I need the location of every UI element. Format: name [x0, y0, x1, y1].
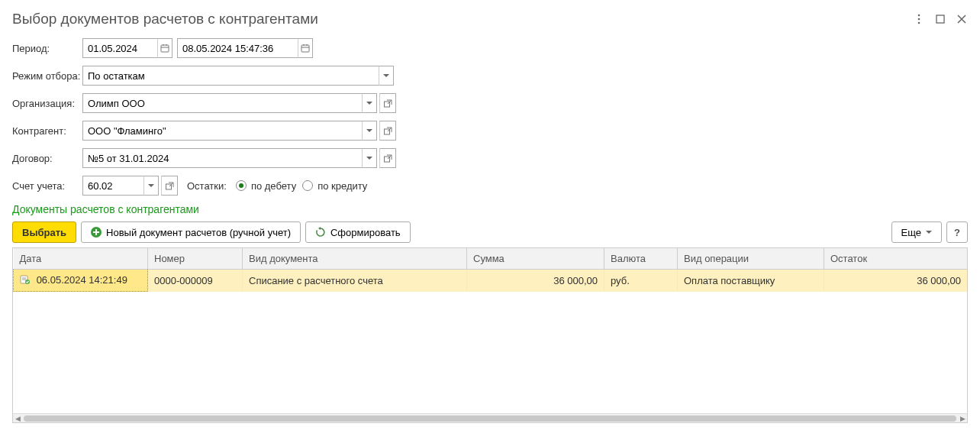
chevron-down-icon[interactable]	[362, 93, 377, 113]
radio-checked-icon	[236, 180, 247, 191]
section-title: Документы расчетов с контрагентами	[12, 203, 968, 215]
col-sum-header[interactable]: Сумма	[467, 248, 604, 270]
col-date-header[interactable]: Дата	[14, 248, 148, 270]
period-to-input[interactable]	[177, 38, 298, 58]
org-select[interactable]	[82, 93, 362, 113]
scroll-right-icon[interactable]: ▶	[958, 414, 967, 423]
mode-select[interactable]	[82, 66, 379, 86]
svg-point-0	[918, 15, 920, 17]
document-icon	[20, 275, 31, 286]
svg-rect-4	[161, 45, 169, 52]
org-label: Организация:	[12, 98, 82, 109]
contract-select[interactable]	[82, 148, 362, 168]
radio-by-debit[interactable]: по дебету	[236, 180, 296, 192]
generate-label: Сформировать	[330, 227, 401, 238]
close-icon[interactable]	[956, 13, 968, 25]
col-balance-header[interactable]: Остаток	[824, 248, 968, 270]
scrollbar-thumb[interactable]	[24, 415, 956, 422]
open-icon[interactable]	[379, 121, 396, 141]
period-label: Период:	[12, 43, 82, 54]
radio-by-credit-label: по кредиту	[318, 180, 367, 192]
svg-rect-8	[301, 45, 309, 52]
cell-currency: руб.	[604, 270, 678, 292]
select-button[interactable]: Выбрать	[12, 221, 76, 243]
more-button[interactable]: Еще	[891, 221, 942, 243]
plus-circle-icon	[91, 227, 102, 238]
svg-point-1	[918, 18, 920, 21]
chevron-down-icon[interactable]	[143, 176, 159, 196]
kebab-menu-icon[interactable]	[913, 13, 925, 25]
col-currency-header[interactable]: Валюта	[604, 248, 678, 270]
page-title: Выбор документов расчетов с контрагентам…	[12, 11, 318, 27]
mode-label: Режим отбора:	[12, 70, 82, 82]
radio-by-debit-label: по дебету	[251, 180, 296, 192]
counterparty-select[interactable]	[82, 121, 362, 141]
generate-button[interactable]: Сформировать	[305, 221, 411, 243]
chevron-down-icon[interactable]	[379, 66, 394, 86]
cell-number: 0000-000009	[148, 270, 243, 292]
radio-by-credit[interactable]: по кредиту	[302, 180, 367, 192]
open-icon[interactable]	[379, 148, 396, 168]
cell-optype: Оплата поставщику	[678, 270, 824, 292]
new-doc-label: Новый документ расчетов (ручной учет)	[106, 227, 291, 238]
scrollbar-horizontal[interactable]: ◀ ▶	[13, 413, 967, 422]
cell-sum: 36 000,00	[467, 270, 604, 292]
col-number-header[interactable]: Номер	[148, 248, 243, 270]
chevron-down-icon[interactable]	[362, 121, 377, 141]
chevron-down-icon	[926, 231, 932, 234]
contract-label: Договор:	[12, 153, 82, 164]
radio-unchecked-icon	[302, 180, 313, 191]
maximize-icon[interactable]	[934, 13, 946, 25]
help-button[interactable]: ?	[946, 221, 968, 243]
calendar-icon[interactable]	[157, 38, 172, 58]
scroll-left-icon[interactable]: ◀	[13, 414, 22, 423]
calendar-icon[interactable]	[298, 38, 313, 58]
new-doc-button[interactable]: Новый документ расчетов (ручной учет)	[81, 221, 301, 243]
account-label: Счет учета:	[12, 180, 82, 192]
col-optype-header[interactable]: Вид операции	[678, 248, 824, 270]
chevron-down-icon[interactable]	[362, 148, 377, 168]
balances-label: Остатки:	[187, 180, 227, 192]
svg-point-2	[918, 22, 920, 24]
open-icon[interactable]	[379, 93, 396, 113]
col-doctype-header[interactable]: Вид документа	[243, 248, 467, 270]
open-icon[interactable]	[161, 176, 178, 196]
counterparty-label: Контрагент:	[12, 125, 82, 137]
cell-doctype: Списание с расчетного счета	[243, 270, 467, 292]
more-label: Еще	[901, 227, 921, 238]
period-from-input[interactable]	[82, 38, 157, 58]
svg-rect-3	[936, 15, 944, 23]
cell-date: 06.05.2024 14:21:49	[37, 274, 127, 286]
refresh-icon	[315, 227, 326, 238]
table-row[interactable]: 06.05.2024 14:21:49 0000-000009 Списание…	[14, 270, 968, 292]
table-container[interactable]: Дата Номер Вид документа Сумма Валюта Ви…	[12, 247, 968, 423]
cell-balance: 36 000,00	[824, 270, 968, 292]
account-select[interactable]	[82, 176, 143, 196]
